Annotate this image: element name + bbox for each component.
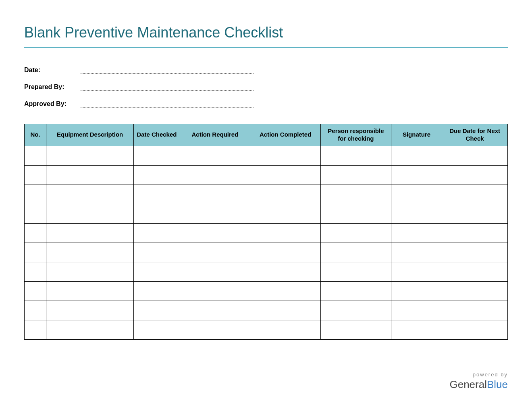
table-cell[interactable] xyxy=(25,262,46,281)
table-cell[interactable] xyxy=(134,223,180,243)
table-cell[interactable] xyxy=(321,281,391,301)
table-cell[interactable] xyxy=(442,165,508,185)
table-cell[interactable] xyxy=(25,185,46,204)
table-cell[interactable] xyxy=(46,223,134,243)
table-cell[interactable] xyxy=(250,301,321,320)
table-cell[interactable] xyxy=(134,243,180,262)
prepared-by-line[interactable] xyxy=(81,90,254,91)
table-cell[interactable] xyxy=(180,223,250,243)
table-cell[interactable] xyxy=(134,301,180,320)
table-cell[interactable] xyxy=(46,204,134,223)
table-cell[interactable] xyxy=(46,243,134,262)
table-row xyxy=(25,223,508,243)
table-cell[interactable] xyxy=(391,262,442,281)
table-cell[interactable] xyxy=(25,223,46,243)
table-cell[interactable] xyxy=(250,320,321,339)
table-cell[interactable] xyxy=(391,243,442,262)
table-cell[interactable] xyxy=(134,204,180,223)
brand: GeneralBlue xyxy=(449,378,508,391)
table-cell[interactable] xyxy=(46,146,134,165)
table-cell[interactable] xyxy=(25,146,46,165)
table-cell[interactable] xyxy=(25,301,46,320)
table-cell[interactable] xyxy=(442,320,508,339)
table-cell[interactable] xyxy=(321,262,391,281)
table-cell[interactable] xyxy=(442,223,508,243)
table-cell[interactable] xyxy=(180,301,250,320)
table-cell[interactable] xyxy=(180,320,250,339)
table-cell[interactable] xyxy=(134,185,180,204)
table-cell[interactable] xyxy=(134,146,180,165)
table-cell[interactable] xyxy=(180,243,250,262)
table-cell[interactable] xyxy=(180,185,250,204)
table-cell[interactable] xyxy=(391,281,442,301)
table-cell[interactable] xyxy=(250,185,321,204)
header-equipment: Equipment Description xyxy=(46,124,134,146)
table-cell[interactable] xyxy=(134,262,180,281)
table-cell[interactable] xyxy=(321,320,391,339)
table-cell[interactable] xyxy=(391,320,442,339)
table-cell[interactable] xyxy=(442,204,508,223)
table-row xyxy=(25,320,508,339)
table-cell[interactable] xyxy=(25,320,46,339)
table-cell[interactable] xyxy=(46,185,134,204)
table-cell[interactable] xyxy=(250,243,321,262)
table-row xyxy=(25,243,508,262)
table-cell[interactable] xyxy=(321,204,391,223)
table-cell[interactable] xyxy=(25,243,46,262)
table-cell[interactable] xyxy=(321,165,391,185)
approved-by-label: Approved By: xyxy=(24,100,81,108)
meta-row-prepared: Prepared By: xyxy=(24,81,508,91)
header-action-required: Action Required xyxy=(180,124,250,146)
table-cell[interactable] xyxy=(46,301,134,320)
table-cell[interactable] xyxy=(46,281,134,301)
header-date-checked: Date Checked xyxy=(134,124,180,146)
table-cell[interactable] xyxy=(391,204,442,223)
table-cell[interactable] xyxy=(25,204,46,223)
table-cell[interactable] xyxy=(250,281,321,301)
table-cell[interactable] xyxy=(321,223,391,243)
table-cell[interactable] xyxy=(25,281,46,301)
table-row xyxy=(25,146,508,165)
table-cell[interactable] xyxy=(391,165,442,185)
table-cell[interactable] xyxy=(134,320,180,339)
date-line[interactable] xyxy=(81,73,254,74)
table-cell[interactable] xyxy=(46,165,134,185)
table-cell[interactable] xyxy=(442,281,508,301)
table-cell[interactable] xyxy=(180,281,250,301)
table-cell[interactable] xyxy=(321,146,391,165)
table-cell[interactable] xyxy=(442,146,508,165)
table-cell[interactable] xyxy=(250,262,321,281)
table-cell[interactable] xyxy=(180,262,250,281)
approved-by-line[interactable] xyxy=(81,107,254,108)
table-row xyxy=(25,281,508,301)
table-cell[interactable] xyxy=(391,223,442,243)
table-cell[interactable] xyxy=(321,243,391,262)
powered-by-label: powered by xyxy=(449,372,508,378)
table-cell[interactable] xyxy=(25,165,46,185)
table-cell[interactable] xyxy=(442,185,508,204)
table-cell[interactable] xyxy=(321,185,391,204)
table-cell[interactable] xyxy=(391,301,442,320)
table-cell[interactable] xyxy=(180,204,250,223)
table-cell[interactable] xyxy=(180,146,250,165)
header-no: No. xyxy=(25,124,46,146)
table-header-row: No. Equipment Description Date Checked A… xyxy=(25,124,508,146)
table-cell[interactable] xyxy=(250,146,321,165)
table-cell[interactable] xyxy=(46,320,134,339)
table-cell[interactable] xyxy=(442,301,508,320)
table-cell[interactable] xyxy=(321,301,391,320)
date-label: Date: xyxy=(24,66,81,74)
table-cell[interactable] xyxy=(134,165,180,185)
table-cell[interactable] xyxy=(442,262,508,281)
table-cell[interactable] xyxy=(250,165,321,185)
table-cell[interactable] xyxy=(391,146,442,165)
title-underline xyxy=(24,47,508,48)
table-cell[interactable] xyxy=(134,281,180,301)
table-cell[interactable] xyxy=(391,185,442,204)
table-cell[interactable] xyxy=(250,204,321,223)
table-cell[interactable] xyxy=(250,223,321,243)
brand-blue: Blue xyxy=(487,378,508,390)
table-cell[interactable] xyxy=(442,243,508,262)
table-cell[interactable] xyxy=(46,262,134,281)
table-cell[interactable] xyxy=(180,165,250,185)
